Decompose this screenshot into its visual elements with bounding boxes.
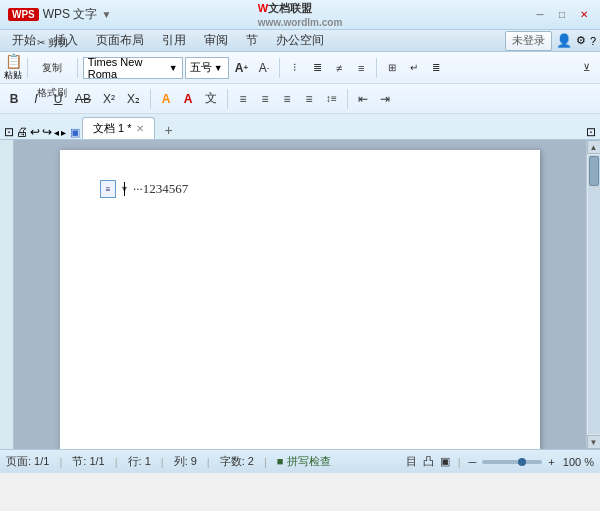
doc-tab-name: 文档 1 * (93, 121, 132, 136)
title-bar-left: WPS WPS 文字 ▼ (8, 6, 111, 23)
menu-review[interactable]: 审阅 (196, 30, 236, 51)
unlogged-button[interactable]: 未登录 (505, 31, 552, 51)
para-align1[interactable]: ≡ (233, 88, 253, 110)
indent-less[interactable]: ⇤ (353, 88, 373, 110)
separator4 (376, 58, 377, 78)
separator3 (279, 58, 280, 78)
menu-office-space[interactable]: 办公空间 (268, 30, 332, 51)
menu-reference[interactable]: 引用 (154, 30, 194, 51)
font-name-selector[interactable]: Times New Roma ▼ (83, 57, 183, 79)
spell-check-button[interactable]: ■ 拼写检查 (277, 454, 331, 469)
align-center-button[interactable]: ≣ (307, 56, 327, 80)
text-effect-button[interactable]: 文 (200, 88, 222, 110)
scroll-up-button[interactable]: ▲ (587, 140, 601, 154)
zoom-minus-button[interactable]: ─ (469, 456, 477, 468)
cut-button[interactable]: ✂ 剪切 (33, 31, 72, 55)
tab-bar-icon2[interactable]: 🖨 (16, 125, 28, 139)
text-cursor (124, 182, 125, 196)
tab-bar-right-btn[interactable]: ⊡ (586, 125, 596, 139)
tab-bar-icon1[interactable]: ⊡ (4, 125, 14, 139)
zoom-thumb[interactable] (518, 458, 526, 466)
user-icon[interactable]: 👤 (556, 33, 572, 48)
document-tab[interactable]: 文档 1 * ✕ (82, 117, 155, 139)
subscript-button[interactable]: X₂ (122, 88, 145, 110)
align-right-button[interactable]: ≠ (329, 56, 349, 80)
font-name-arrow: ▼ (169, 63, 178, 73)
tab-bar-right: ⊡ (586, 125, 596, 139)
font-size-selector[interactable]: 五号 ▼ (185, 57, 229, 79)
sep-t2c (347, 89, 348, 109)
view-icon1[interactable]: 目 (406, 454, 417, 469)
toolbar-row2: B I U AB X² X₂ A A 文 ≡ ≡ ≡ ≡ ↕≡ ⇤ ⇥ (0, 84, 600, 114)
scroll-thumb[interactable] (589, 156, 599, 186)
view-icon3[interactable]: ▣ (440, 455, 450, 468)
right-side-panel (586, 293, 600, 297)
tab-bar-redo[interactable]: ↪ (42, 125, 52, 139)
bold-button[interactable]: B (4, 88, 24, 110)
tab-bar-doc-icon: ▣ (70, 126, 80, 139)
toolbar-expand[interactable]: ⊻ (576, 56, 596, 80)
para-align2[interactable]: ≡ (255, 88, 275, 110)
add-tab-button[interactable]: + (159, 121, 179, 139)
status-page: 页面: 1/1 (6, 454, 49, 469)
font-color-button[interactable]: A (178, 88, 198, 110)
strikethrough-button[interactable]: AB (70, 88, 96, 110)
title-bar-watermark: W文档联盟 www.wordlm.com (258, 1, 343, 28)
italic-button[interactable]: I (26, 88, 46, 110)
font-size-value: 五号 (190, 60, 212, 75)
toolbar-row1: 📋 粘贴 ✂ 剪切 复制 格式刷 Times New Roma ▼ 五号 ▼ A… (0, 52, 600, 84)
watermark-url: www.wordlm.com (258, 17, 343, 28)
align-left-button[interactable]: ⁝ (285, 56, 305, 80)
para-align3[interactable]: ≡ (277, 88, 297, 110)
menu-arrow[interactable]: ▼ (101, 9, 111, 20)
right-align-extra[interactable]: ≣ (426, 56, 446, 80)
para-align4[interactable]: ≡ (299, 88, 319, 110)
separator2 (77, 58, 78, 78)
indent-more[interactable]: ⇥ (375, 88, 395, 110)
tab-close-button[interactable]: ✕ (136, 123, 144, 134)
vertical-scrollbar[interactable]: ▲ ▼ (586, 140, 600, 449)
menu-page-layout[interactable]: 页面布局 (88, 30, 152, 51)
superscript-button[interactable]: X² (98, 88, 120, 110)
font-name-value: Times New Roma (88, 56, 167, 80)
sep-t2 (150, 89, 151, 109)
minimize-button[interactable]: ─ (532, 8, 548, 22)
copy-button[interactable]: 复制 (33, 56, 72, 80)
underline-button[interactable]: U (48, 88, 68, 110)
tab-bar-arrow-right[interactable]: ▸ (61, 127, 66, 138)
font-size-increase[interactable]: A+ (231, 56, 252, 80)
doc-scroll-area[interactable]: ≡ ▼ ···1234567 (14, 140, 586, 449)
view-icon2[interactable]: 凸 (423, 454, 434, 469)
menu-section[interactable]: 节 (238, 30, 266, 51)
maximize-button[interactable]: □ (554, 8, 570, 22)
tab-bar-arrow-left[interactable]: ◂ (54, 127, 59, 138)
scroll-down-button[interactable]: ▼ (587, 435, 601, 449)
status-bar-right: 目 凸 ▣ | ─ + 100 % (406, 454, 594, 469)
close-button[interactable]: ✕ (576, 8, 592, 22)
font-size-arrow: ▼ (214, 63, 223, 73)
font-size-decrease[interactable]: A- (254, 56, 274, 80)
paste-group[interactable]: 📋 粘贴 (4, 53, 22, 82)
status-row: 行: 1 (128, 454, 151, 469)
document-page: ≡ ▼ ···1234567 (60, 150, 540, 449)
para-spacing[interactable]: ↕≡ (321, 88, 342, 110)
highlight-button[interactable]: A (156, 88, 176, 110)
sep-t2b (227, 89, 228, 109)
zoom-plus-button[interactable]: + (548, 456, 554, 468)
zoom-slider[interactable] (482, 460, 542, 464)
help-icon[interactable]: ? (590, 35, 596, 47)
status-col: 列: 9 (174, 454, 197, 469)
content-icon[interactable]: ≡ (100, 180, 116, 198)
font-selector-area: Times New Roma ▼ 五号 ▼ (83, 57, 229, 79)
settings-icon[interactable]: ⚙ (576, 34, 586, 47)
status-section: 节: 1/1 (72, 454, 104, 469)
justify-button[interactable]: ≡ (351, 56, 371, 80)
insert-button[interactable]: ↵ (404, 56, 424, 80)
content-icon-symbol: ≡ (106, 185, 111, 194)
toolbar-right: 未登录 👤 ⚙ ? (505, 31, 596, 51)
title-bar-controls: ─ □ ✕ (532, 8, 592, 22)
tab-bar-undo[interactable]: ↩ (30, 125, 40, 139)
app-name: WPS 文字 (43, 6, 98, 23)
status-word-count: 字数: 2 (220, 454, 254, 469)
table-button[interactable]: ⊞ (382, 56, 402, 80)
